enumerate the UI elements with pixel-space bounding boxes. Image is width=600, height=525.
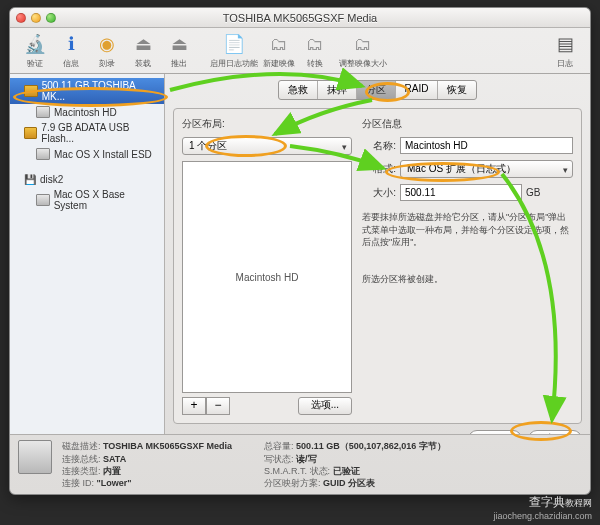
doc-stack-icon: 🗂: [265, 31, 293, 57]
tab-erase[interactable]: 抹掉: [318, 81, 357, 99]
sidebar-item-disk2[interactable]: 💾disk2: [10, 172, 164, 187]
doc-stack-icon: 🗂: [301, 31, 329, 57]
layout-select[interactable]: 1 个分区: [182, 137, 352, 155]
tb-resize[interactable]: 🗂调整映像大小: [334, 31, 392, 69]
tab-raid[interactable]: RAID: [396, 81, 439, 99]
disk-utility-window: TOSHIBA MK5065GSXF Media 🔬验证 ℹ信息 ◉刻录 ⏏装载…: [9, 7, 591, 495]
hdd-icon: [24, 85, 38, 97]
sidebar-item-install-esd[interactable]: Mac OS X Install ESD: [10, 146, 164, 162]
tb-journal[interactable]: 📄启用日志功能: [208, 31, 260, 69]
doc-icon: 📄: [220, 31, 248, 57]
doc-stack-icon: 🗂: [349, 31, 377, 57]
add-partition-button[interactable]: +: [182, 397, 206, 415]
minimize-icon[interactable]: [31, 13, 41, 23]
layout-label: 分区布局:: [182, 117, 352, 131]
burn-icon: ◉: [93, 31, 121, 57]
name-field[interactable]: [400, 137, 573, 154]
microscope-icon: 🔬: [21, 31, 49, 57]
eject-icon: ⏏: [129, 31, 157, 57]
disk-info-footer: 磁盘描述: TOSHIBA MK5065GSXF Media 连接总线: SAT…: [10, 434, 590, 494]
options-button[interactable]: 选项...: [298, 397, 352, 415]
titlebar: TOSHIBA MK5065GSXF Media: [10, 8, 590, 28]
size-unit: GB: [526, 187, 540, 198]
eject-icon: ⏏: [165, 31, 193, 57]
tb-info[interactable]: ℹ信息: [54, 31, 88, 69]
sidebar-item-toshiba[interactable]: 500.11 GB TOSHIBA MK...: [10, 78, 164, 104]
log-icon: ▤: [551, 31, 579, 57]
window-title: TOSHIBA MK5065GSXF Media: [10, 12, 590, 24]
device-sidebar: 500.11 GB TOSHIBA MK... Macintosh HD 7.9…: [10, 74, 165, 434]
tab-partition[interactable]: 分区: [357, 81, 396, 99]
dmg-icon: 💾: [24, 174, 36, 185]
remove-partition-button[interactable]: −: [206, 397, 230, 415]
sidebar-item-base-system[interactable]: Mac OS X Base System: [10, 187, 164, 213]
tb-eject[interactable]: ⏏推出: [162, 31, 196, 69]
toolbar: 🔬验证 ℹ信息 ◉刻录 ⏏装载 ⏏推出 📄启用日志功能 🗂新建映像 🗂转换 🗂调…: [10, 28, 590, 74]
window-controls: [16, 13, 56, 23]
info-icon: ℹ: [57, 31, 85, 57]
sidebar-item-mac-hd[interactable]: Macintosh HD: [10, 104, 164, 120]
tb-new-image[interactable]: 🗂新建映像: [262, 31, 296, 69]
hdd-icon: [24, 127, 37, 139]
instruction-text: 若要抹掉所选磁盘并给它分区，请从"分区布局"弹出式菜单中选取一种布局，并给每个分…: [362, 211, 573, 249]
format-select[interactable]: Mac OS 扩展（日志式）: [400, 160, 573, 178]
sidebar-item-adata[interactable]: 7.9 GB ADATA USB Flash...: [10, 120, 164, 146]
watermark: 查字典教程网 jiaocheng.chazidian.com: [493, 494, 592, 521]
hdd-icon: [18, 440, 52, 474]
info-title: 分区信息: [362, 117, 573, 131]
close-icon[interactable]: [16, 13, 26, 23]
volume-icon: [36, 194, 50, 206]
partition-pane: 分区布局: 1 个分区 Macintosh HD + − 选项... 分区信息 …: [173, 108, 582, 424]
size-field[interactable]: [400, 184, 522, 201]
tb-convert[interactable]: 🗂转换: [298, 31, 332, 69]
volume-icon: [36, 148, 50, 160]
tab-first-aid[interactable]: 急救: [279, 81, 318, 99]
tabset: 急救 抹掉 分区 RAID 恢复: [173, 80, 582, 100]
name-label: 名称:: [362, 139, 396, 153]
tb-verify[interactable]: 🔬验证: [18, 31, 52, 69]
tb-log[interactable]: ▤日志: [548, 31, 582, 69]
tab-restore[interactable]: 恢复: [438, 81, 476, 99]
status-text: 所选分区将被创建。: [362, 273, 573, 286]
main-panel: 急救 抹掉 分区 RAID 恢复 分区布局: 1 个分区 Macintosh H…: [165, 74, 590, 434]
tb-burn[interactable]: ◉刻录: [90, 31, 124, 69]
volume-icon: [36, 106, 50, 118]
partition-canvas[interactable]: Macintosh HD: [182, 161, 352, 393]
zoom-icon[interactable]: [46, 13, 56, 23]
tb-mount[interactable]: ⏏装载: [126, 31, 160, 69]
format-label: 格式:: [362, 162, 396, 176]
size-label: 大小:: [362, 186, 396, 200]
